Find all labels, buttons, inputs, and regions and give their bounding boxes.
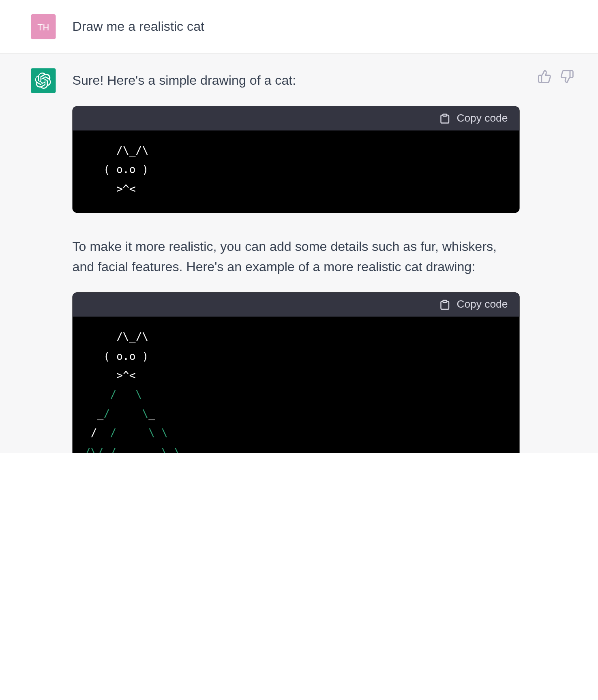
thumbs-up-icon [537,69,551,83]
openai-logo-icon [35,72,51,89]
copy-code-label: Copy code [457,299,508,311]
thumbs-down-button[interactable] [560,69,574,83]
svg-rect-1 [443,300,447,302]
copy-code-label: Copy code [457,112,508,125]
assistant-intro-text: Sure! Here's a simple drawing of a cat: [72,71,519,91]
user-message-row: TH Draw me a realistic cat [0,0,598,54]
thumbs-up-button[interactable] [537,69,551,83]
user-avatar: TH [31,14,56,39]
assistant-middle-text: To make it more realistic, you can add s… [72,237,519,277]
code-body: /\_/\ ( o.o ) >^< [72,131,519,213]
user-message-text: Draw me a realistic cat [72,17,567,37]
thumbs-down-icon [560,69,574,83]
code-body: /\_/\ ( o.o ) >^< / \ _/ \_ / / \ \ /\/ … [72,317,519,453]
copy-code-button[interactable]: Copy code [439,112,508,125]
code-block-1: Copy code /\_/\ ( o.o ) >^< [72,106,519,213]
feedback-buttons [537,69,574,83]
code-header: Copy code [72,106,519,131]
assistant-avatar [31,68,56,93]
svg-rect-0 [443,114,447,116]
code-block-2: Copy code /\_/\ ( o.o ) >^< / \ _/ \_ / … [72,293,519,453]
clipboard-icon [439,299,451,310]
copy-code-button[interactable]: Copy code [439,299,508,311]
assistant-message-row: Sure! Here's a simple drawing of a cat: … [0,54,598,452]
clipboard-icon [439,112,451,124]
user-message-content: Draw me a realistic cat [72,14,567,39]
assistant-message-content: Sure! Here's a simple drawing of a cat: … [72,68,567,452]
user-avatar-initials: TH [37,21,49,32]
code-header: Copy code [72,293,519,317]
